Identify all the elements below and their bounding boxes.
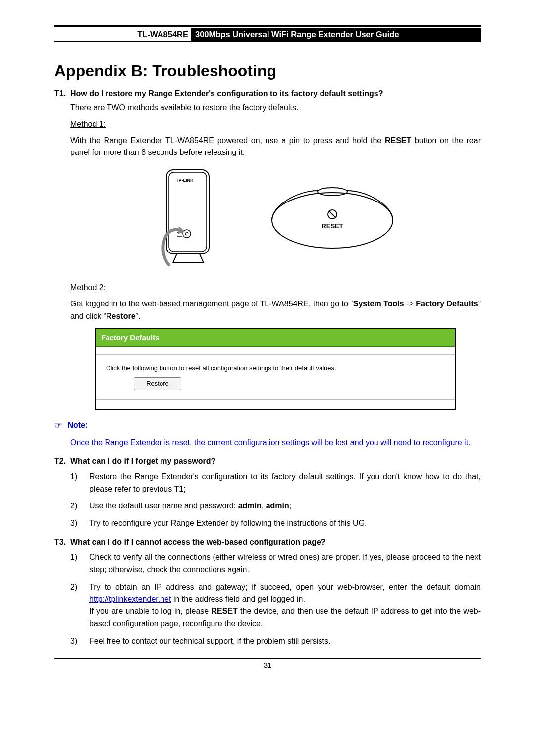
note-text: Once the Range Extender is reset, the cu… xyxy=(70,437,481,449)
svg-point-9 xyxy=(272,193,393,248)
page-title: Appendix B: Troubleshooting xyxy=(54,62,481,80)
list-item: 1) Check to verify all the connections (… xyxy=(70,552,481,576)
list-item: 3) Try to reconfigure your Range Extende… xyxy=(70,517,481,530)
factory-defaults-title: Factory Defaults xyxy=(96,329,455,347)
pointing-hand-icon: ☞ xyxy=(54,419,65,433)
list-item: 2) Use the default user name and passwor… xyxy=(70,500,481,512)
svg-rect-1 xyxy=(169,172,207,252)
method1-text: With the Range Extender TL-WA854RE power… xyxy=(70,135,481,159)
t2-row: T2. What can I do if I forget my passwor… xyxy=(54,457,481,466)
restore-button[interactable]: Restore xyxy=(134,377,181,390)
method2-label: Method 2: xyxy=(70,282,481,294)
doc-header-model: TL-WA854RE xyxy=(54,28,191,41)
t3-question: What can I do if I cannot access the web… xyxy=(70,538,481,547)
t1-intro: There are TWO methods available to resto… xyxy=(70,102,481,114)
t2-question: What can I do if I forget my password? xyxy=(70,457,481,466)
t1-row: T1. How do I restore my Range Extender's… xyxy=(54,89,481,98)
note-row: ☞ Note: xyxy=(54,419,481,433)
device-figure: TP-LINK RESET xyxy=(70,166,481,275)
doc-header: TL-WA854RE 300Mbps Universal WiFi Range … xyxy=(54,28,481,42)
t3-list: 1) Check to verify all the connections (… xyxy=(70,552,481,648)
method1-label: Method 1: xyxy=(70,118,481,131)
t2-num: T2. xyxy=(54,457,70,466)
list-item: 1) Restore the Range Extender's configur… xyxy=(70,471,481,496)
footer-rule xyxy=(54,658,481,659)
t1-num: T1. xyxy=(54,89,70,98)
t3-row: T3. What can I do if I cannot access the… xyxy=(54,538,481,547)
method2-text: Get logged in to the web-based managemen… xyxy=(70,298,481,323)
svg-text:TP-LINK: TP-LINK xyxy=(176,178,194,183)
page-number: 31 xyxy=(54,661,481,669)
t2-list: 1) Restore the Range Extender's configur… xyxy=(70,471,481,530)
reset-oval-icon: RESET xyxy=(268,186,397,255)
svg-text:RESET: RESET xyxy=(321,222,343,230)
factory-defaults-panel: Factory Defaults Click the following but… xyxy=(95,328,456,410)
list-item: 2) Try to obtain an IP address and gatew… xyxy=(70,581,481,630)
doc-header-title: 300Mbps Universal WiFi Range Extender Us… xyxy=(191,28,481,41)
extender-device-icon: TP-LINK xyxy=(154,166,223,275)
list-item: 3) Feel free to contact our technical su… xyxy=(70,635,481,648)
t3-num: T3. xyxy=(54,538,70,547)
factory-defaults-desc: Click the following button to reset all … xyxy=(106,363,445,373)
default-domain-link[interactable]: http://tplinkextender.net xyxy=(89,595,171,603)
t1-question: How do I restore my Range Extender's con… xyxy=(70,89,481,98)
note-label: Note: xyxy=(67,421,88,429)
